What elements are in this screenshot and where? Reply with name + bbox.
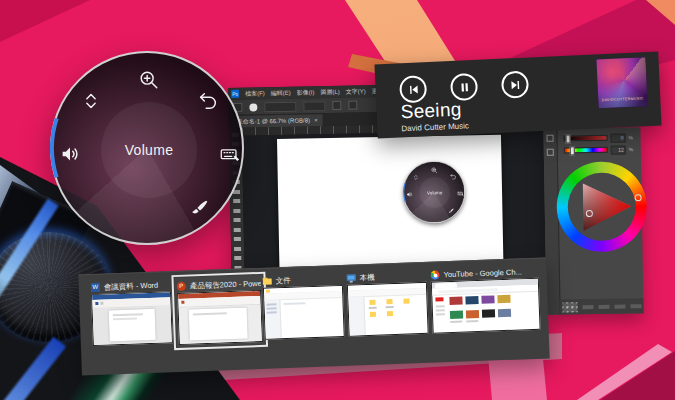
- dial-highlight-arc: [402, 160, 465, 223]
- scroll-tool-icon[interactable]: [80, 90, 102, 112]
- dial-center: Volume: [101, 102, 197, 198]
- word-icon: W: [91, 283, 100, 292]
- track-title: Seeing: [400, 99, 462, 124]
- promo-collage: Ps 檔案(F) 編輯(E) 影像(I) 圖層(L) 文字(Y) 選取(S) 濾…: [0, 0, 675, 400]
- word-preview[interactable]: [91, 291, 173, 346]
- menu-file[interactable]: 檔案(F): [245, 89, 265, 98]
- document-tab-title: 未命名-1 @ 66.7% (RGB/8): [237, 116, 311, 126]
- thumbnail-youtube-title: YouTube - Google Ch...: [443, 267, 522, 279]
- dial-menu[interactable]: Volume: [50, 51, 244, 245]
- youtube-preview[interactable]: [431, 278, 541, 334]
- panel-options-icon[interactable]: [547, 149, 554, 156]
- thumbnail-documents[interactable]: 文件: [262, 272, 344, 340]
- album-art[interactable]: DAVIDCUTTERMUSIC: [596, 57, 647, 108]
- powerpoint-preview[interactable]: [177, 290, 263, 345]
- panel-tab[interactable]: [582, 305, 593, 309]
- album-art-caption: DAVIDCUTTERMUSIC: [598, 96, 647, 102]
- previous-track-button[interactable]: [399, 75, 427, 103]
- slider-row-2: 12 %: [564, 145, 634, 154]
- dial-center-label: Volume: [427, 190, 443, 195]
- dial-highlight-arc: [50, 51, 244, 245]
- thumbnail-word-title: 會議資料 - Word: [104, 280, 159, 292]
- hue-ring[interactable]: [556, 161, 648, 253]
- panel-tab[interactable]: [598, 304, 609, 308]
- mini-dial-menu[interactable]: Volume: [402, 160, 465, 223]
- thumbnail-powerpoint-selected[interactable]: P 產品報告2020 - Powe...: [174, 275, 264, 347]
- brush-tool-icon[interactable]: [188, 197, 210, 219]
- undo-tool-icon[interactable]: [197, 90, 219, 112]
- this-pc-icon: [346, 273, 355, 282]
- brush-tool-icon[interactable]: [447, 207, 454, 214]
- folder-icon: [263, 277, 272, 286]
- documents-preview[interactable]: [263, 285, 345, 340]
- thumbnail-this-pc-title: 本機: [359, 272, 374, 283]
- menu-image[interactable]: 影像(I): [297, 88, 315, 97]
- slider-2-value[interactable]: 12: [611, 145, 626, 154]
- slider-row-1: 0 %: [563, 133, 633, 142]
- color-wheel-panel: 0 % 12 %: [543, 127, 643, 315]
- chrome-icon: [430, 270, 439, 279]
- thumbnail-youtube[interactable]: YouTube - Google Ch...: [430, 265, 540, 334]
- saturation-value-triangle[interactable]: [569, 174, 634, 239]
- airbrush-icon[interactable]: [332, 101, 341, 110]
- dial-center-label: Volume: [125, 142, 174, 158]
- zoom-tool-icon[interactable]: [431, 167, 438, 174]
- panel-tab[interactable]: [630, 304, 641, 308]
- this-pc-preview[interactable]: [347, 282, 429, 337]
- task-switcher-strip: W 會議資料 - Word P 產品報告2020 - Powe...: [78, 257, 549, 375]
- brush-size-field[interactable]: [264, 101, 296, 112]
- thumbnail-this-pc[interactable]: 本機: [346, 269, 428, 337]
- menu-edit[interactable]: 編輯(E): [271, 88, 291, 97]
- panel-tab-bar: [559, 298, 643, 314]
- thumbnail-documents-title: 文件: [275, 275, 290, 286]
- brush-preview-icon[interactable]: [249, 103, 257, 111]
- slider-1-value[interactable]: 0: [610, 133, 625, 142]
- menu-type[interactable]: 文字(Y): [346, 87, 366, 96]
- smoothing-icon[interactable]: [348, 101, 357, 110]
- scroll-tool-icon[interactable]: [412, 174, 419, 181]
- volume-tool-icon[interactable]: [406, 191, 413, 198]
- saturation-slider[interactable]: [564, 135, 608, 142]
- photo-blue-glow-2: [0, 337, 66, 400]
- undo-tool-icon[interactable]: [450, 173, 457, 180]
- tab-close-icon[interactable]: ×: [314, 117, 318, 123]
- track-artist: David Cutter Music: [401, 121, 469, 133]
- hue-picker-dot[interactable]: [635, 194, 642, 201]
- thumbnail-word[interactable]: W 會議資料 - Word: [91, 278, 173, 346]
- thumbnail-ppt-title: 產品報告2020 - Powe...: [190, 278, 261, 291]
- photoshop-canvas[interactable]: [277, 135, 503, 267]
- zoom-tool-icon[interactable]: [138, 69, 160, 91]
- volume-tool-icon[interactable]: [59, 143, 81, 165]
- mode-field[interactable]: [303, 101, 325, 111]
- music-overlay: Seeing David Cutter Music DAVIDCUTTERMUS…: [374, 52, 661, 139]
- wheel-tab-icon[interactable]: [562, 302, 577, 312]
- collapse-panel-icon[interactable]: [546, 135, 553, 142]
- keyboard-tool-icon[interactable]: [457, 190, 464, 197]
- panel-tab[interactable]: [614, 304, 625, 308]
- hue-slider[interactable]: [564, 147, 608, 154]
- pause-button[interactable]: [450, 73, 478, 101]
- next-track-button[interactable]: [501, 71, 529, 99]
- keyboard-tool-icon[interactable]: [219, 143, 241, 165]
- menu-layer[interactable]: 圖層(L): [320, 87, 340, 96]
- dial-center: Volume: [419, 177, 450, 208]
- powerpoint-icon: P: [177, 282, 186, 291]
